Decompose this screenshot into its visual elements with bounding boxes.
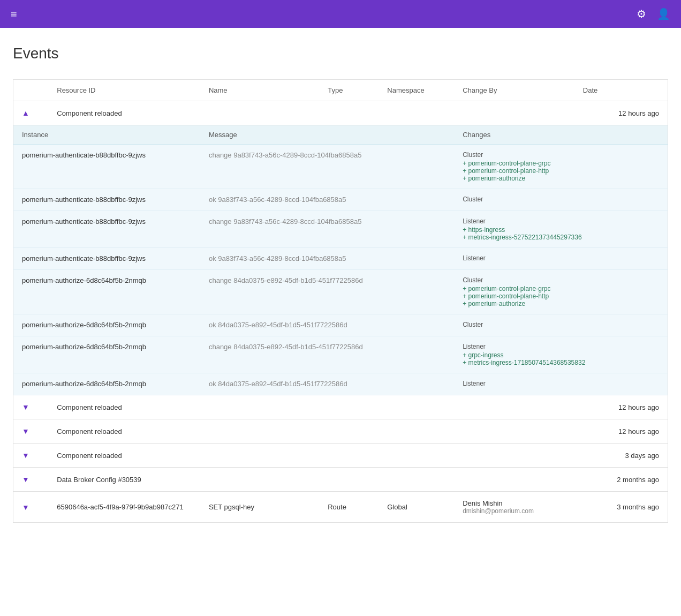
detail-data-row: pomerium-authenticate-b88dbffbc-9zjwscha… xyxy=(13,145,668,189)
date-cell: 3 days ago xyxy=(574,444,668,468)
table-row[interactable]: ▲Component reloaded12 hours ago xyxy=(13,101,668,125)
col-header-type: Type xyxy=(319,80,379,101)
detail-data-row: pomerium-authorize-6d8c64bf5b-2nmqbok 84… xyxy=(13,314,668,336)
detail-data-row: pomerium-authenticate-b88dbffbc-9zjwsok … xyxy=(13,248,668,270)
name-cell: SET pgsql-hey xyxy=(200,492,319,523)
change-link[interactable]: + https-ingress xyxy=(463,226,659,234)
page-title: Events xyxy=(13,45,668,62)
changes-type-label: Listener xyxy=(463,217,659,225)
user-icon[interactable]: 👤 xyxy=(655,5,672,22)
chevron-down-icon[interactable]: ▼ xyxy=(22,503,29,512)
event-label: Component reloaded xyxy=(48,419,574,444)
detail-instance-cell: pomerium-authenticate-b88dbffbc-9zjws xyxy=(13,189,200,211)
detail-changes-cell: Listener+ grpc-ingress+ metrics-ingress-… xyxy=(454,336,668,373)
col-header-namespace: Namespace xyxy=(379,80,454,101)
detail-header-row: InstanceMessageChanges xyxy=(13,125,668,145)
detail-instance-cell: pomerium-authenticate-b88dbffbc-9zjws xyxy=(13,248,200,270)
detail-instance-cell: pomerium-authenticate-b88dbffbc-9zjws xyxy=(13,211,200,248)
changes-type-label: Cluster xyxy=(463,321,659,328)
menu-icon[interactable]: ≡ xyxy=(9,6,19,22)
detail-changes-cell: Listener xyxy=(454,248,668,270)
changes-type-label: Cluster xyxy=(463,276,659,284)
detail-instance-cell: pomerium-authorize-6d8c64bf5b-2nmqb xyxy=(13,373,200,395)
table-row[interactable]: ▼Component reloaded12 hours ago xyxy=(13,395,668,419)
change-link[interactable]: + pomerium-control-plane-grpc xyxy=(463,285,659,292)
date-cell: 12 hours ago xyxy=(574,395,668,419)
date-cell: 3 months ago xyxy=(574,492,668,523)
detail-message-cell: ok 9a83f743-a56c-4289-8ccd-104fba6858a5 xyxy=(200,248,454,270)
detail-changes-cell: Listener+ https-ingress+ metrics-ingress… xyxy=(454,211,668,248)
chevron-down-icon[interactable]: ▼ xyxy=(22,475,29,484)
nav-left: ≡ xyxy=(9,6,19,22)
change-link[interactable]: + pomerium-control-plane-http xyxy=(463,292,659,300)
changes-type-label: Listener xyxy=(463,380,659,387)
event-label: Data Broker Config #30539 xyxy=(48,468,574,492)
table-row[interactable]: ▼Component reloaded3 days ago xyxy=(13,444,668,468)
change-link[interactable]: + grpc-ingress xyxy=(463,351,659,359)
event-label: Component reloaded xyxy=(48,395,574,419)
change-by-cell: Denis Mishindmishin@pomerium.com xyxy=(454,492,574,523)
detail-instance-cell: pomerium-authorize-6d8c64bf5b-2nmqb xyxy=(13,314,200,336)
detail-message-cell: ok 9a83f743-a56c-4289-8ccd-104fba6858a5 xyxy=(200,189,454,211)
changes-type-label: Cluster xyxy=(463,196,659,203)
change-by-email: dmishin@pomerium.com xyxy=(463,507,566,515)
detail-message-cell: change 84da0375-e892-45df-b1d5-451f77225… xyxy=(200,270,454,314)
col-header-expand xyxy=(13,80,49,101)
chevron-down-icon[interactable]: ▼ xyxy=(22,427,29,435)
page-content: Events Resource ID Name Type Namespace C… xyxy=(0,28,681,616)
table-row[interactable]: ▼Component reloaded12 hours ago xyxy=(13,419,668,444)
change-link[interactable]: + metrics-ingress-5275221373445297336 xyxy=(463,234,659,241)
table-header-row: Resource ID Name Type Namespace Change B… xyxy=(13,80,668,101)
date-cell: 12 hours ago xyxy=(574,101,668,125)
chevron-up-icon[interactable]: ▲ xyxy=(22,109,29,117)
nav-right: ⚙ 👤 xyxy=(634,5,672,22)
detail-message-cell: change 84da0375-e892-45df-b1d5-451f77225… xyxy=(200,336,454,373)
namespace-cell: Global xyxy=(379,492,454,523)
changes-type-label: Listener xyxy=(463,343,659,350)
events-table: Resource ID Name Type Namespace Change B… xyxy=(13,79,668,523)
detail-data-row: pomerium-authorize-6d8c64bf5b-2nmqbok 84… xyxy=(13,373,668,395)
event-label: Component reloaded xyxy=(48,101,574,125)
chevron-down-icon[interactable]: ▼ xyxy=(22,403,29,411)
detail-message-cell: change 9a83f743-a56c-4289-8ccd-104fba685… xyxy=(200,211,454,248)
detail-changes-cell: Cluster xyxy=(454,189,668,211)
detail-data-row: pomerium-authenticate-b88dbffbc-9zjwscha… xyxy=(13,211,668,248)
detail-changes-cell: Cluster+ pomerium-control-plane-grpc+ po… xyxy=(454,270,668,314)
detail-data-row: pomerium-authorize-6d8c64bf5b-2nmqbchang… xyxy=(13,336,668,373)
chevron-down-icon[interactable]: ▼ xyxy=(22,451,29,460)
changes-type-label: Cluster xyxy=(463,151,659,159)
change-link[interactable]: + pomerium-control-plane-http xyxy=(463,167,659,175)
detail-instance-cell: pomerium-authorize-6d8c64bf5b-2nmqb xyxy=(13,270,200,314)
detail-message-cell: ok 84da0375-e892-45df-b1d5-451f7722586d xyxy=(200,314,454,336)
detail-instance-cell: pomerium-authenticate-b88dbffbc-9zjws xyxy=(13,145,200,189)
settings-icon[interactable]: ⚙ xyxy=(634,5,648,22)
detail-data-row: pomerium-authenticate-b88dbffbc-9zjwsok … xyxy=(13,189,668,211)
detail-changes-cell: Cluster xyxy=(454,314,668,336)
change-link[interactable]: + pomerium-control-plane-grpc xyxy=(463,160,659,167)
event-label: Component reloaded xyxy=(48,444,574,468)
detail-changes-cell: Cluster+ pomerium-control-plane-grpc+ po… xyxy=(454,145,668,189)
change-link[interactable]: + pomerium-authorize xyxy=(463,300,659,307)
change-link[interactable]: + pomerium-authorize xyxy=(463,175,659,182)
detail-instance-cell: pomerium-authorize-6d8c64bf5b-2nmqb xyxy=(13,336,200,373)
col-header-resource-id: Resource ID xyxy=(48,80,200,101)
detail-col-changes: Changes xyxy=(454,125,668,145)
detail-data-row: pomerium-authorize-6d8c64bf5b-2nmqbchang… xyxy=(13,270,668,314)
detail-changes-cell: Listener xyxy=(454,373,668,395)
col-header-date: Date xyxy=(574,80,668,101)
resource-id-cell: 6590646a-acf5-4f9a-979f-9b9ab987c271 xyxy=(48,492,200,523)
table-row[interactable]: ▼6590646a-acf5-4f9a-979f-9b9ab987c271SET… xyxy=(13,492,668,523)
changes-type-label: Listener xyxy=(463,254,659,262)
detail-message-cell: ok 84da0375-e892-45df-b1d5-451f7722586d xyxy=(200,373,454,395)
detail-col-message: Message xyxy=(200,125,454,145)
date-cell: 2 months ago xyxy=(574,468,668,492)
date-cell: 12 hours ago xyxy=(574,419,668,444)
col-header-name: Name xyxy=(200,80,319,101)
detail-message-cell: change 9a83f743-a56c-4289-8ccd-104fba685… xyxy=(200,145,454,189)
change-link[interactable]: + metrics-ingress-17185074514368535832 xyxy=(463,359,659,366)
table-row[interactable]: ▼Data Broker Config #305392 months ago xyxy=(13,468,668,492)
top-navigation: ≡ ⚙ 👤 xyxy=(0,0,681,28)
type-cell: Route xyxy=(319,492,379,523)
col-header-change-by: Change By xyxy=(454,80,574,101)
detail-col-instance: Instance xyxy=(13,125,200,145)
